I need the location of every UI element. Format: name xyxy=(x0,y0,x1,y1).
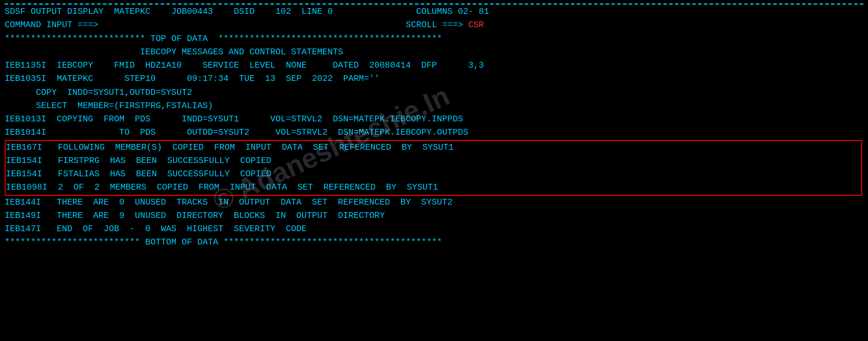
header-line1: SDSF OUTPUT DISPLAY MATEPKC JOB00443 DSI… xyxy=(5,5,863,18)
command-cursor xyxy=(98,20,406,30)
line-ieb154a: IEB154I FIRSTPRG HAS BEEN SUCCESSFULLY C… xyxy=(6,154,861,168)
line-ieb1014: IEB1014I TO PDS OUTDD=SYSUT2 VOL=STRVL2 … xyxy=(5,126,863,139)
line-ieb154b: IEB154I FSTALIAS HAS BEEN SUCCESSFULLY C… xyxy=(6,168,861,181)
iebcopy-title: IEBCOPY MESSAGES AND CONTROL STATEMENTS xyxy=(5,46,863,59)
command-input-label: COMMAND INPUT ===> xyxy=(5,20,98,30)
top-border-line xyxy=(5,3,863,5)
line-ieb1135: IEB1135I IEBCOPY FMID HDZ1A10 SERVICE LE… xyxy=(5,59,863,72)
line-select: SELECT MEMBER=(FIRSTPRG,FSTALIAS) xyxy=(5,99,863,113)
scroll-value: CSR xyxy=(468,20,484,30)
highlighted-block: IEB167I FOLLOWING MEMBER(S) COPIED FROM … xyxy=(5,140,862,196)
line-ieb149: IEB149I THERE ARE 9 UNUSED DIRECTORY BLO… xyxy=(5,209,863,223)
stars-top: *************************** TOP OF DATA … xyxy=(5,32,863,46)
line-ieb144: IEB144I THERE ARE 0 UNUSED TRACKS IN OUT… xyxy=(5,196,863,209)
stars-bottom: ************************** BOTTOM OF DAT… xyxy=(5,236,863,249)
header-line2: COMMAND INPUT ===> SCROLL ===> CSR xyxy=(5,18,863,32)
terminal-window: SDSF OUTPUT DISPLAY MATEPKC JOB00443 DSI… xyxy=(0,0,868,341)
line-ieb1035: IEB1035I MATEPKC STEP10 09:17:34 TUE 13 … xyxy=(5,72,863,86)
line-ieb1013: IEB1013I COPYING FROM PDS INDD=SYSUT1 VO… xyxy=(5,113,863,126)
line-ieb1098: IEB1098I 2 OF 2 MEMBERS COPIED FROM INPU… xyxy=(6,181,861,194)
line-copy: COPY INDD=SYSUT1,OUTDD=SYSUT2 xyxy=(5,86,863,99)
line-ieb167: IEB167I FOLLOWING MEMBER(S) COPIED FROM … xyxy=(6,141,861,154)
scroll-label: SCROLL ===> xyxy=(406,20,468,30)
line-ieb147: IEB147I END OF JOB - 0 WAS HIGHEST SEVER… xyxy=(5,223,863,236)
